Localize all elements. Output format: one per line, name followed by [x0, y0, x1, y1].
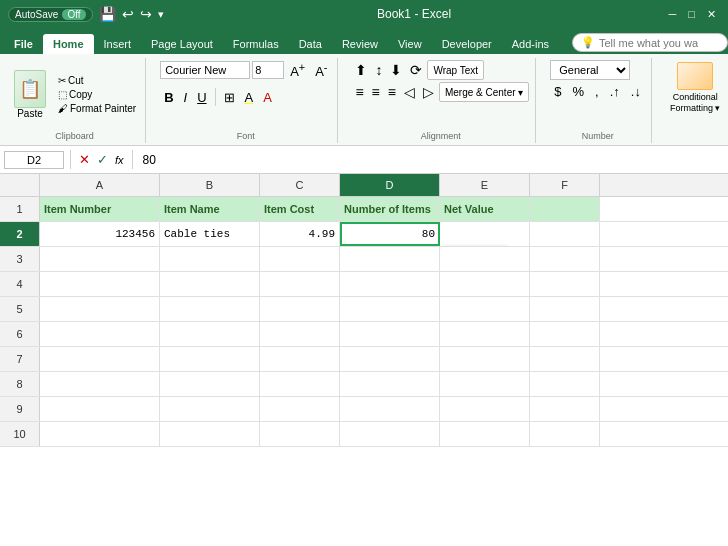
confirm-formula-button[interactable]: ✓	[95, 150, 110, 169]
decrease-font-button[interactable]: A-	[311, 60, 331, 80]
percent-button[interactable]: %	[569, 83, 589, 100]
cell-b2[interactable]: Cable ties	[160, 222, 260, 246]
cell-d9[interactable]	[340, 397, 440, 421]
increase-font-button[interactable]: A+	[286, 60, 309, 80]
cell-f9[interactable]	[530, 397, 600, 421]
copy-button[interactable]: ⬚ Copy	[55, 88, 139, 101]
cell-a6[interactable]	[40, 322, 160, 346]
format-painter-button[interactable]: 🖌 Format Painter	[55, 102, 139, 115]
more-commands-icon[interactable]: ▾	[158, 8, 164, 21]
cell-e1[interactable]: Net Value	[440, 197, 530, 221]
cell-e9[interactable]	[440, 397, 530, 421]
cell-c5[interactable]	[260, 297, 340, 321]
cancel-formula-button[interactable]: ✕	[77, 150, 92, 169]
cell-e3[interactable]	[440, 247, 530, 271]
fill-color-button[interactable]: A	[241, 89, 258, 106]
cell-b1[interactable]: Item Name	[160, 197, 260, 221]
font-name-input[interactable]	[160, 61, 250, 79]
tab-insert[interactable]: Insert	[94, 34, 142, 54]
cell-c8[interactable]	[260, 372, 340, 396]
tab-review[interactable]: Review	[332, 34, 388, 54]
borders-button[interactable]: ⊞	[220, 89, 239, 106]
cell-e5[interactable]	[440, 297, 530, 321]
tell-me-box[interactable]: 💡	[572, 33, 728, 52]
cell-e2[interactable]: 📋 (Ctrl)	[440, 222, 530, 246]
cell-c10[interactable]	[260, 422, 340, 446]
align-bottom-button[interactable]: ⬇	[387, 60, 405, 80]
cell-c4[interactable]	[260, 272, 340, 296]
cell-e7[interactable]	[440, 347, 530, 371]
cell-f4[interactable]	[530, 272, 600, 296]
cell-a7[interactable]	[40, 347, 160, 371]
conditional-formatting-button[interactable]: ConditionalFormatting ▾	[666, 60, 725, 116]
cell-b3[interactable]	[160, 247, 260, 271]
cell-f2[interactable]	[530, 222, 600, 246]
col-header-d[interactable]: D	[340, 174, 440, 196]
dec-inc-button[interactable]: .↑	[606, 83, 624, 100]
cell-b8[interactable]	[160, 372, 260, 396]
cell-b7[interactable]	[160, 347, 260, 371]
cell-c6[interactable]	[260, 322, 340, 346]
tab-file[interactable]: File	[4, 34, 43, 54]
cell-c3[interactable]	[260, 247, 340, 271]
cell-e4[interactable]	[440, 272, 530, 296]
cell-f6[interactable]	[530, 322, 600, 346]
close-icon[interactable]: ✕	[703, 8, 720, 21]
cell-a8[interactable]	[40, 372, 160, 396]
formula-input[interactable]	[139, 151, 724, 169]
cell-c7[interactable]	[260, 347, 340, 371]
cell-b5[interactable]	[160, 297, 260, 321]
cut-button[interactable]: ✂ Cut	[55, 74, 139, 87]
cell-a2[interactable]: 123456	[40, 222, 160, 246]
col-header-b[interactable]: B	[160, 174, 260, 196]
underline-button[interactable]: U	[193, 89, 210, 106]
align-top-button[interactable]: ⬆	[352, 60, 370, 80]
cell-d3[interactable]	[340, 247, 440, 271]
align-right-button[interactable]: ≡	[385, 82, 399, 102]
cell-a4[interactable]	[40, 272, 160, 296]
cell-c1[interactable]: Item Cost	[260, 197, 340, 221]
cell-e8[interactable]	[440, 372, 530, 396]
maximize-icon[interactable]: □	[684, 8, 699, 20]
tab-view[interactable]: View	[388, 34, 432, 54]
cell-a5[interactable]	[40, 297, 160, 321]
font-size-input[interactable]	[252, 61, 284, 79]
number-format-select[interactable]: General Number Currency Text	[550, 60, 630, 80]
cell-d1[interactable]: Number of Items	[340, 197, 440, 221]
wrap-text-button[interactable]: Wrap Text	[427, 60, 484, 80]
cell-c9[interactable]	[260, 397, 340, 421]
minimize-icon[interactable]: ─	[665, 8, 681, 20]
col-header-e[interactable]: E	[440, 174, 530, 196]
cell-c2[interactable]: 4.99	[260, 222, 340, 246]
save-icon[interactable]: 💾	[99, 6, 116, 22]
insert-function-button[interactable]: fx	[113, 152, 126, 168]
cell-reference-box[interactable]	[4, 151, 64, 169]
paste-button[interactable]: 📋 Paste	[10, 68, 50, 121]
cell-d4[interactable]	[340, 272, 440, 296]
cell-a10[interactable]	[40, 422, 160, 446]
currency-button[interactable]: $	[550, 83, 565, 100]
cell-f7[interactable]	[530, 347, 600, 371]
cell-a3[interactable]	[40, 247, 160, 271]
cell-e6[interactable]	[440, 322, 530, 346]
tab-formulas[interactable]: Formulas	[223, 34, 289, 54]
cell-e10[interactable]	[440, 422, 530, 446]
bold-button[interactable]: B	[160, 89, 177, 106]
tell-me-input[interactable]	[599, 37, 719, 49]
align-left-button[interactable]: ≡	[352, 82, 366, 102]
dec-dec-button[interactable]: .↓	[627, 83, 645, 100]
merge-center-button[interactable]: Merge & Center ▾	[439, 82, 529, 102]
tab-home[interactable]: Home	[43, 34, 94, 54]
cell-d8[interactable]	[340, 372, 440, 396]
cell-d7[interactable]	[340, 347, 440, 371]
col-header-f[interactable]: F	[530, 174, 600, 196]
cell-f3[interactable]	[530, 247, 600, 271]
tab-data[interactable]: Data	[289, 34, 332, 54]
comma-button[interactable]: ,	[591, 83, 603, 100]
orientation-button[interactable]: ⟳	[407, 60, 425, 80]
redo-icon[interactable]: ↪	[140, 6, 152, 22]
cell-f8[interactable]	[530, 372, 600, 396]
cell-f10[interactable]	[530, 422, 600, 446]
cell-d6[interactable]	[340, 322, 440, 346]
cell-a1[interactable]: Item Number	[40, 197, 160, 221]
